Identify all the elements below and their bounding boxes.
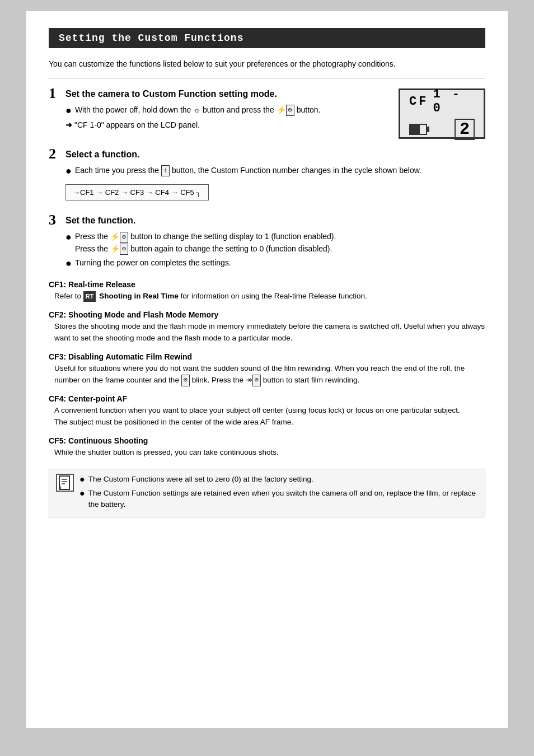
step-3-bullet-2: Turning the power on completes the setti…	[75, 257, 231, 269]
note-content: ● The Custom Functions were all set to z…	[79, 474, 478, 512]
step-1-title: Set the camera to Custom Function settin…	[65, 88, 277, 100]
step-1-number: 1	[49, 86, 65, 101]
step-3-bullet-1: Press the ⚡⊙ button to change the settin…	[75, 231, 336, 255]
lcd-battery-icon	[409, 124, 427, 135]
note-icon: i	[56, 474, 74, 492]
svg-text:i: i	[60, 484, 62, 491]
step-1: 1 Set the camera to Custom Function sett…	[49, 88, 485, 139]
cf1-title: CF1: Real-time Release	[49, 280, 485, 289]
bullet-icon: ●	[65, 231, 72, 244]
intro-text: You can customize the functions listed b…	[49, 58, 485, 78]
lcd-num-text: 1 - 0	[433, 87, 479, 115]
bullet-icon: ●	[65, 257, 72, 270]
step-3-number: 3	[49, 213, 65, 227]
cf2-title: CF2: Shooting Mode and Flash Mode Memory	[49, 310, 485, 319]
cf5-section: CF5: Continuous Shooting While the shutt…	[49, 436, 485, 459]
note-2: The Custom Function settings are retaine…	[88, 488, 478, 511]
step-2-content: ● Each time you press the ↑ button, the …	[65, 165, 485, 205]
lcd-battery-fill	[410, 125, 420, 134]
lcd-top: CF 1 - 0	[409, 87, 479, 115]
cf5-title: CF5: Continuous Shooting	[49, 436, 485, 445]
step-3-content: ● Press the ⚡⊙ button to change the sett…	[65, 231, 485, 270]
step-2-number: 2	[49, 147, 65, 161]
cycle-diagram: →CF1 → CF2 → CF3 → CF4 → CF5 ┐	[65, 184, 209, 200]
bullet-icon: ●	[79, 474, 85, 486]
note-box: i ● The Custom Functions were all set to…	[49, 469, 485, 517]
note-1: The Custom Functions were all set to zer…	[88, 474, 313, 485]
cf3-title: CF3: Disabling Automatic Film Rewind	[49, 352, 485, 361]
bullet-icon: ●	[79, 488, 85, 500]
page-title: Setting the Custom Functions	[49, 28, 485, 48]
step-2-bullet-1: Each time you press the ↑ button, the Cu…	[75, 165, 421, 176]
step-3-title: Set the function.	[65, 215, 135, 227]
cf4-title: CF4: Center-point AF	[49, 394, 485, 403]
step-1-bullet-1: With the power off, hold down the ☼ butt…	[75, 104, 321, 116]
step-3: 3 Set the function. ● Press the ⚡⊙ butto…	[49, 215, 485, 270]
cf3-section: CF3: Disabling Automatic Film Rewind Use…	[49, 352, 485, 386]
step-2: 2 Select a function. ● Each time you pre…	[49, 149, 485, 205]
cf3-body: Useful for situations where you do not w…	[54, 363, 485, 386]
step-1-content: ● With the power off, hold down the ☼ bu…	[65, 104, 387, 131]
cf1-section: CF1: Real-time Release Refer to RT Shoot…	[49, 280, 485, 302]
step-1-bullet-2: "CF 1-0" appears on the LCD panel.	[74, 119, 200, 131]
lcd-bottom: 2	[405, 119, 479, 140]
lcd-display: CF 1 - 0 2	[399, 88, 485, 139]
bullet-icon: ●	[65, 104, 72, 117]
cf5-body: While the shutter button is pressed, you…	[54, 447, 485, 459]
cf2-body: Stores the shooting mode and the flash m…	[54, 321, 485, 344]
arrow-icon: ➜	[65, 119, 72, 131]
step-2-title: Select a function.	[65, 149, 139, 161]
lcd-cf-text: CF	[409, 95, 428, 109]
bullet-icon: ●	[65, 165, 72, 178]
page: Setting the Custom Functions You can cus…	[26, 11, 508, 728]
cf4-section: CF4: Center-point AF A convenient functi…	[49, 394, 485, 428]
cf1-body: Refer to RT Shooting in Real Time for in…	[54, 291, 485, 302]
cf4-body: A convenient function when you want to p…	[54, 405, 485, 428]
lcd-large-num: 2	[455, 119, 475, 140]
rt-icon: RT	[83, 291, 96, 302]
cf2-section: CF2: Shooting Mode and Flash Mode Memory…	[49, 310, 485, 344]
note-icon-svg: i	[58, 475, 72, 491]
